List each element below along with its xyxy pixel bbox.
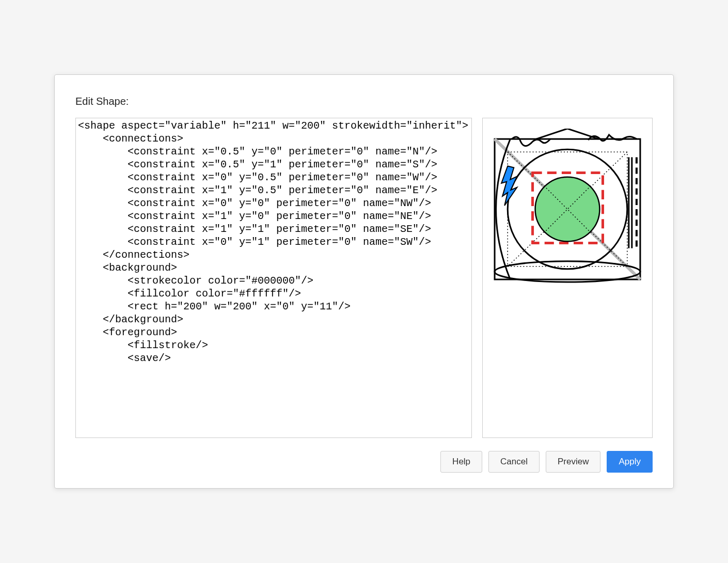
preview-button[interactable]: Preview [546,451,600,473]
button-row: Help Cancel Preview Apply [75,451,653,473]
dialog-title: Edit Shape: [75,96,653,107]
cancel-button[interactable]: Cancel [488,451,540,473]
shape-preview-svg [492,129,643,285]
help-button[interactable]: Help [440,451,482,473]
apply-button[interactable]: Apply [607,451,653,473]
edit-shape-dialog: Edit Shape: [54,74,674,489]
shape-xml-editor[interactable] [75,118,472,438]
content-row [75,118,653,438]
shape-preview-panel [482,118,653,438]
svg-point-8 [535,177,600,242]
